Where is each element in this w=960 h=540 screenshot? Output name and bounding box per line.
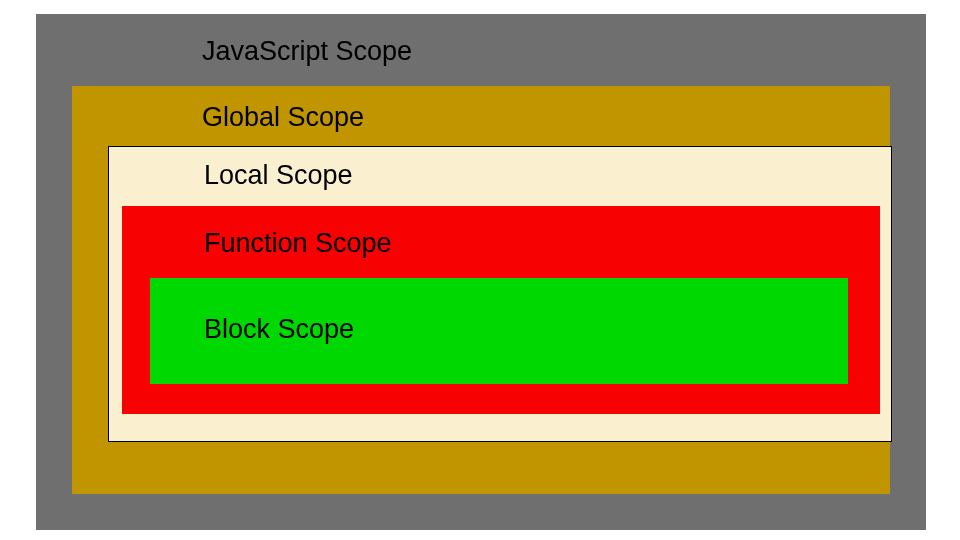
local-scope-label: Local Scope — [204, 160, 353, 191]
function-scope-label: Function Scope — [204, 228, 392, 259]
scope-diagram: JavaScript Scope Global Scope Local Scop… — [36, 14, 926, 530]
block-scope-label: Block Scope — [204, 314, 354, 345]
global-scope-label: Global Scope — [202, 102, 364, 133]
block-scope-box: Block Scope — [150, 278, 848, 384]
javascript-scope-label: JavaScript Scope — [202, 36, 412, 67]
